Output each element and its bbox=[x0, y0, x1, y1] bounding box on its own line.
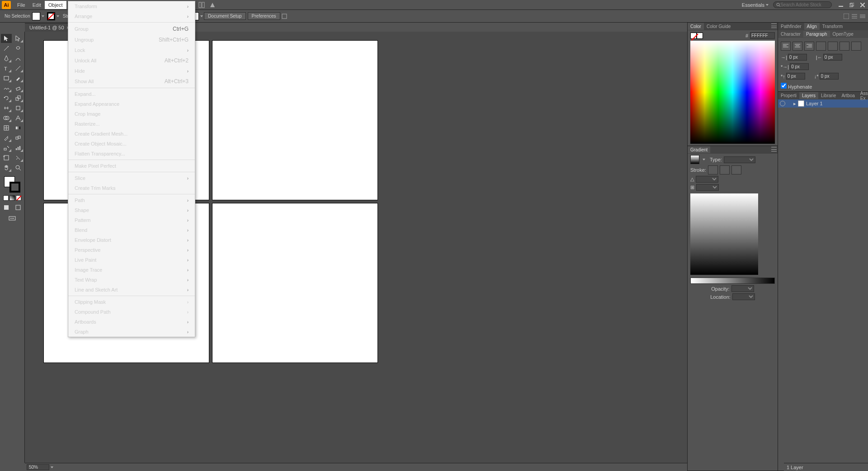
tab-color-guide[interactable]: Color Guide bbox=[704, 23, 733, 30]
window-close[interactable] bbox=[858, 1, 867, 9]
indent-left[interactable] bbox=[788, 54, 807, 61]
shaper-tool[interactable] bbox=[1, 84, 12, 93]
layer-visibility-icon[interactable] bbox=[780, 101, 785, 106]
menu-item-transform[interactable]: Transform› bbox=[68, 1, 195, 11]
menu-item-perspective[interactable]: Perspective› bbox=[68, 245, 195, 255]
space-before[interactable] bbox=[786, 73, 805, 80]
artboard-tool[interactable] bbox=[1, 153, 12, 162]
panel-menu-icon[interactable] bbox=[771, 147, 777, 151]
gradient-type-select[interactable] bbox=[724, 156, 755, 163]
menu-item-text-wrap[interactable]: Text Wrap› bbox=[68, 275, 195, 285]
indent-first[interactable] bbox=[790, 63, 809, 70]
shape-builder-tool[interactable] bbox=[1, 113, 12, 122]
space-after[interactable] bbox=[820, 73, 839, 80]
menu-item-arrange[interactable]: Arrange› bbox=[68, 11, 195, 21]
menu-item-graph[interactable]: Graph› bbox=[68, 327, 195, 337]
tab-paragraph[interactable]: Paragraph bbox=[803, 31, 830, 38]
gradient-location[interactable] bbox=[732, 293, 755, 300]
line-segment-tool[interactable] bbox=[13, 64, 24, 73]
menu-item-live-paint[interactable]: Live Paint› bbox=[68, 255, 195, 265]
align-left[interactable] bbox=[781, 42, 791, 51]
edit-toolbar[interactable] bbox=[7, 214, 18, 223]
layer-name[interactable]: Layer 1 bbox=[806, 101, 823, 106]
tab-transform[interactable]: Transform bbox=[820, 23, 845, 30]
menu-object[interactable]: Object bbox=[45, 1, 66, 9]
menu-item-pattern[interactable]: Pattern› bbox=[68, 215, 195, 225]
panel-menu-icon[interactable] bbox=[771, 24, 777, 28]
menu-edit[interactable]: Edit bbox=[29, 1, 45, 9]
fill-swatch[interactable] bbox=[32, 12, 40, 20]
tab-libraries[interactable]: Librarie bbox=[818, 92, 839, 99]
menu-item-image-trace[interactable]: Image Trace› bbox=[68, 265, 195, 275]
tab-asset-export[interactable]: Asset Ex bbox=[858, 90, 868, 102]
perspective-grid-tool[interactable] bbox=[13, 113, 24, 122]
tab-character[interactable]: Character bbox=[778, 31, 803, 38]
screen-mode-full[interactable] bbox=[13, 203, 24, 212]
menu-item-artboards[interactable]: Artboards› bbox=[68, 317, 195, 327]
direct-selection-tool[interactable] bbox=[13, 34, 24, 43]
gradient-opacity[interactable] bbox=[731, 285, 754, 292]
layer-row[interactable]: ▸ Layer 1 ○ bbox=[778, 99, 868, 108]
hyphenate-checkbox[interactable] bbox=[781, 83, 787, 89]
eyedropper-tool[interactable] bbox=[1, 133, 12, 142]
gradient-aspect[interactable] bbox=[696, 184, 719, 191]
document-tab[interactable]: Untitled-1 @ 50 × bbox=[25, 23, 74, 32]
magic-wand-tool[interactable] bbox=[1, 44, 12, 53]
grad-stroke-1[interactable] bbox=[708, 165, 718, 174]
tab-properties[interactable]: Properti bbox=[778, 92, 799, 99]
grad-stroke-3[interactable] bbox=[731, 165, 741, 174]
menu-item-group[interactable]: GroupCtrl+G bbox=[68, 24, 195, 34]
stock-search[interactable] bbox=[773, 1, 832, 8]
type-tool[interactable]: T bbox=[1, 64, 12, 73]
stroke-swatch[interactable] bbox=[47, 12, 55, 20]
menu-item-hide[interactable]: Hide› bbox=[68, 66, 195, 76]
gradient-tool[interactable] bbox=[13, 123, 24, 132]
scale-tool[interactable] bbox=[13, 94, 24, 103]
mesh-tool[interactable] bbox=[1, 123, 12, 132]
menu-item-path[interactable]: Path› bbox=[68, 195, 195, 205]
free-transform-tool[interactable] bbox=[13, 104, 24, 113]
artboard-2[interactable] bbox=[212, 41, 377, 200]
color-mode-solid[interactable] bbox=[3, 195, 9, 201]
align-right[interactable] bbox=[804, 42, 814, 51]
zoom-tool[interactable] bbox=[13, 163, 24, 172]
paintbrush-tool[interactable] bbox=[13, 74, 24, 83]
symbol-sprayer-tool[interactable] bbox=[1, 143, 12, 152]
color-spectrum[interactable] bbox=[690, 41, 775, 144]
menu-item-shape[interactable]: Shape› bbox=[68, 205, 195, 215]
arrange-docs-icon[interactable] bbox=[197, 0, 206, 9]
selection-tool[interactable] bbox=[1, 34, 12, 43]
window-restore[interactable] bbox=[847, 1, 856, 9]
menu-item-lock[interactable]: Lock› bbox=[68, 45, 195, 55]
hex-input[interactable] bbox=[750, 32, 775, 39]
gpu-icon[interactable] bbox=[208, 0, 217, 9]
column-graph-tool[interactable] bbox=[13, 143, 24, 152]
menu-item-blend[interactable]: Blend› bbox=[68, 225, 195, 235]
options-icon[interactable] bbox=[860, 14, 865, 19]
color-mode-none[interactable] bbox=[16, 195, 21, 201]
justify-all[interactable] bbox=[851, 42, 861, 51]
align-reference-icon[interactable] bbox=[281, 13, 288, 19]
tab-gradient[interactable]: Gradient bbox=[688, 146, 710, 153]
screen-mode-normal[interactable] bbox=[1, 203, 12, 212]
menu-item-line-and-sketch-art[interactable]: Line and Sketch Art› bbox=[68, 285, 195, 295]
gradient-swatch[interactable] bbox=[690, 155, 699, 164]
gradient-slider[interactable] bbox=[690, 278, 775, 284]
align-panel-icon[interactable] bbox=[852, 14, 857, 19]
tab-opentype[interactable]: OpenType bbox=[830, 31, 856, 38]
gradient-preview[interactable] bbox=[690, 193, 758, 275]
justify-center[interactable] bbox=[828, 42, 838, 51]
grad-stroke-2[interactable] bbox=[720, 165, 730, 174]
tab-layers[interactable]: Layers bbox=[799, 92, 818, 99]
rectangle-tool[interactable] bbox=[1, 74, 12, 83]
indent-right[interactable] bbox=[823, 54, 842, 61]
color-none-swatch[interactable] bbox=[690, 33, 697, 39]
width-tool[interactable] bbox=[1, 104, 12, 113]
menu-item-slice[interactable]: Slice› bbox=[68, 173, 195, 183]
justify-left[interactable] bbox=[816, 42, 826, 51]
tab-color[interactable]: Color bbox=[688, 23, 704, 30]
hand-tool[interactable] bbox=[1, 163, 12, 172]
slice-tool[interactable] bbox=[13, 153, 24, 162]
justify-right[interactable] bbox=[840, 42, 849, 51]
workspace-switcher[interactable]: Essentials bbox=[742, 2, 769, 8]
